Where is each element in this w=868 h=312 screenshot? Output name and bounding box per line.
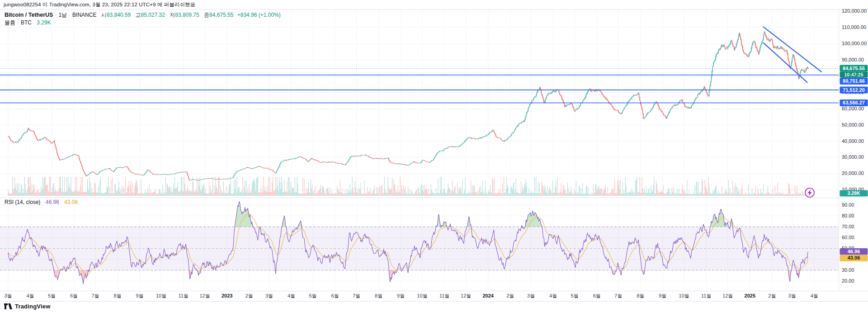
change-value: +834.96 (+1.00%) <box>237 12 281 18</box>
svg-text:9월: 9월 <box>397 293 405 298</box>
svg-text:10:47:25: 10:47:25 <box>844 72 863 77</box>
svg-text:7월: 7월 <box>91 293 99 298</box>
svg-text:90,000.00: 90,000.00 <box>842 57 864 62</box>
interval-label[interactable]: 1날 <box>58 12 67 18</box>
svg-text:4월: 4월 <box>288 293 295 298</box>
svg-text:2024: 2024 <box>482 293 494 298</box>
svg-text:11월: 11월 <box>701 293 711 298</box>
svg-text:4월: 4월 <box>811 293 818 298</box>
svg-text:90.00: 90.00 <box>842 202 854 208</box>
svg-text:2월: 2월 <box>506 293 514 298</box>
svg-text:5월: 5월 <box>48 293 56 298</box>
legend-separator: · <box>17 19 19 26</box>
svg-text:6월: 6월 <box>331 293 339 298</box>
legend-separator: · <box>55 12 57 18</box>
price-scale[interactable]: 120,000.00110,000.00100,000.0090,000.008… <box>842 8 867 284</box>
svg-text:43.06: 43.06 <box>848 255 860 260</box>
svg-text:7월: 7월 <box>353 293 360 298</box>
open-value: 83,840.59 <box>107 12 131 18</box>
svg-text:7월: 7월 <box>614 293 622 298</box>
svg-text:10월: 10월 <box>679 293 689 298</box>
svg-text:80.00: 80.00 <box>842 213 854 218</box>
level-badge: 80,751.66 <box>840 78 868 85</box>
low-value: 83,809.75 <box>175 12 199 18</box>
level-badge: 63,566.27 <box>840 99 868 106</box>
svg-text:40,000.00: 40,000.00 <box>842 138 864 144</box>
rsi-ma-value-badge: 43.06 <box>840 255 868 262</box>
svg-text:63,566.27: 63,566.27 <box>843 100 865 105</box>
svg-text:10월: 10월 <box>156 293 166 298</box>
svg-text:60.00: 60.00 <box>842 235 854 240</box>
open-label: 시 <box>101 12 107 18</box>
level-badge: 71,512.20 <box>840 86 868 93</box>
svg-text:3월: 3월 <box>788 293 796 298</box>
svg-text:4월: 4월 <box>549 293 557 298</box>
volume-badge: 3.29K <box>840 190 868 197</box>
svg-text:12월: 12월 <box>722 293 733 298</box>
horizontal-level-lines <box>0 75 839 103</box>
svg-text:84,675.55: 84,675.55 <box>843 66 865 71</box>
svg-text:10월: 10월 <box>417 293 428 298</box>
chart-canvas[interactable]: 120,000.00110,000.00100,000.0090,000.008… <box>0 0 868 312</box>
svg-text:9월: 9월 <box>659 293 666 298</box>
svg-text:30.00: 30.00 <box>842 267 854 273</box>
rsi-overbought-fill <box>8 202 808 227</box>
tradingview-logo-icon <box>4 303 13 310</box>
high-label: 고 <box>136 12 141 18</box>
symbol-legend-row-volume: 볼륨·BTC 3.29K <box>5 19 281 27</box>
rsi-ma-value: 43.06 <box>64 199 78 205</box>
svg-text:3.29K: 3.29K <box>847 190 860 196</box>
svg-text:6월: 6월 <box>593 293 601 298</box>
tradingview-logo[interactable]: TradingView <box>4 303 51 310</box>
volume-label[interactable]: 볼륨 <box>5 19 15 26</box>
exchange-label[interactable]: BINANCE <box>72 12 96 18</box>
current-price-badge: 84,675.55 <box>840 65 868 72</box>
svg-text:20.00: 20.00 <box>842 278 854 284</box>
svg-text:20,000.00: 20,000.00 <box>842 170 864 176</box>
svg-text:3월: 3월 <box>265 293 273 298</box>
svg-text:6월: 6월 <box>70 293 78 298</box>
high-value: 85,027.32 <box>141 12 165 18</box>
close-value: 84,675.55 <box>209 12 233 18</box>
close-label: 종 <box>204 12 209 18</box>
volume-symbol: BTC <box>21 19 32 26</box>
rsi-legend: RSI (14, close) 46.96 43.06 <box>5 199 78 205</box>
symbol-legend: Bitcoin / TetherUS·1날·BINANCE 시83,840.59… <box>5 11 281 27</box>
tradingview-logo-text: TradingView <box>15 303 51 310</box>
rsi-value: 46.96 <box>46 199 59 205</box>
svg-text:80,751.66: 80,751.66 <box>843 78 865 84</box>
rsi-title[interactable]: RSI (14, close) <box>5 199 40 205</box>
svg-text:8월: 8월 <box>637 293 644 298</box>
svg-text:12월: 12월 <box>461 293 471 298</box>
svg-text:71,512.20: 71,512.20 <box>843 87 865 93</box>
svg-text:30,000.00: 30,000.00 <box>842 154 864 160</box>
svg-text:3월: 3월 <box>4 293 12 298</box>
svg-text:5월: 5월 <box>309 293 316 298</box>
svg-text:70.00: 70.00 <box>842 224 854 229</box>
bar-countdown-badge: 10:47:25 <box>840 72 868 78</box>
svg-text:11월: 11월 <box>178 293 188 298</box>
candles <box>8 30 808 180</box>
svg-text:3월: 3월 <box>527 293 535 298</box>
svg-text:50,000.00: 50,000.00 <box>842 122 864 128</box>
instant-trading-icon[interactable] <box>805 188 814 197</box>
svg-text:2025: 2025 <box>745 293 755 298</box>
svg-text:8월: 8월 <box>375 293 382 298</box>
symbol-title[interactable]: Bitcoin / TetherUS <box>5 12 53 18</box>
svg-text:100,000.00: 100,000.00 <box>842 41 867 46</box>
channel-trendline[interactable] <box>764 43 807 82</box>
svg-text:5월: 5월 <box>571 293 579 298</box>
svg-text:2월: 2월 <box>768 293 776 298</box>
rsi-value-badge: 46.96 <box>840 248 868 255</box>
volume-bars <box>8 177 808 196</box>
svg-text:12월: 12월 <box>199 293 210 298</box>
svg-text:110,000.00: 110,000.00 <box>842 24 866 30</box>
svg-text:60,000.00: 60,000.00 <box>842 106 864 111</box>
volume-value: 3.29K <box>37 19 51 26</box>
svg-text:120,000.00: 120,000.00 <box>842 8 867 14</box>
time-scale[interactable]: 3월4월5월6월7월8월9월10월11월12월20232월3월4월5월6월7월8… <box>4 293 818 298</box>
svg-text:11월: 11월 <box>439 293 449 298</box>
legend-separator: · <box>69 12 71 18</box>
low-label: 저 <box>170 12 175 18</box>
symbol-legend-row-main: Bitcoin / TetherUS·1날·BINANCE 시83,840.59… <box>5 11 281 19</box>
